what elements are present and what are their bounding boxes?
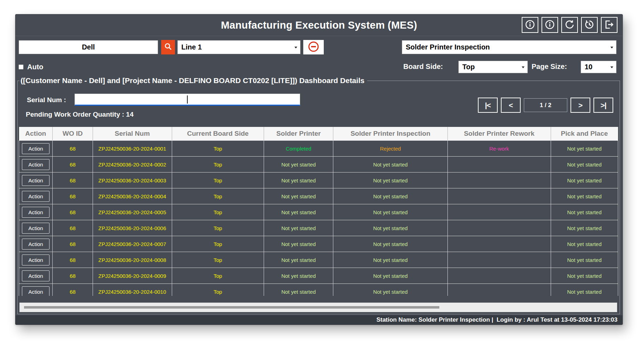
text-caret (187, 95, 188, 104)
logout-button[interactable] (601, 17, 617, 33)
cell-pick-and-place: Not yet started (551, 284, 618, 296)
horizontal-scrollbar-thumb[interactable] (24, 306, 439, 309)
cell-pick-and-place: Not yet started (551, 252, 618, 268)
action-button[interactable]: Action (22, 159, 49, 170)
refresh-button[interactable] (561, 17, 578, 33)
cell-current-board-side: Top (172, 236, 264, 252)
auto-checkbox-group[interactable]: Auto (19, 62, 43, 72)
pagination-first-button[interactable]: |< (478, 98, 498, 113)
table-row: Action68ZPJ24250036-20-2024-0005TopNot y… (19, 204, 618, 220)
table-row: Action68ZPJ24250036-20-2024-0006TopNot y… (19, 220, 618, 236)
column-header-serial-num: Serial Num (93, 127, 172, 141)
cell-wo-id: 68 (53, 220, 93, 236)
pagination-next-button[interactable]: > (570, 98, 590, 113)
cell-current-board-side: Top (172, 252, 264, 268)
cell-serial-num: ZPJ24250036-20-2024-0003 (93, 172, 172, 188)
line-select[interactable]: Line 1 (177, 40, 300, 54)
info-button-2[interactable] (541, 17, 558, 33)
station-select[interactable]: Solder Printer Inspection (402, 40, 616, 54)
history-button[interactable] (581, 17, 598, 33)
board-side-select[interactable]: Top (458, 61, 528, 73)
cell-solder-printer-inspection: Not yet started (333, 220, 448, 236)
column-header-current-board-side: Current Board Side (172, 127, 264, 141)
cell-pick-and-place: Not yet started (551, 204, 618, 220)
action-button[interactable]: Action (22, 255, 49, 265)
cell-current-board-side: Top (172, 220, 264, 236)
cell-solder-printer-rework (447, 236, 551, 252)
cell-serial-num: ZPJ24250036-20-2024-0004 (93, 188, 172, 204)
cell-solder-printer: Not yet started (264, 220, 333, 236)
action-button[interactable]: Action (22, 207, 49, 218)
chevron-down-icon (294, 47, 297, 48)
cell-pick-and-place: Not yet started (551, 268, 618, 284)
cell-wo-id: 68 (53, 157, 93, 172)
action-button[interactable]: Action (22, 286, 49, 296)
cell-serial-num: ZPJ24250036-20-2024-0007 (93, 236, 172, 252)
auto-checkbox[interactable] (19, 65, 23, 69)
clear-line-button[interactable] (303, 40, 324, 54)
cell-serial-num: ZPJ24250036-20-2024-0006 (93, 220, 172, 236)
cell-action: Action (19, 141, 53, 157)
page-size-select-value: 10 (585, 63, 592, 71)
pagination-page-indicator: 1 / 2 (524, 98, 567, 112)
titlebar-buttons (522, 17, 617, 33)
work-order-table: ActionWO IDSerial NumCurrent Board SideS… (19, 127, 618, 296)
cell-serial-num: ZPJ24250036-20-2024-0005 (93, 204, 172, 220)
station-select-value: Solder Printer Inspection (406, 43, 490, 51)
cell-solder-printer-rework (447, 284, 551, 296)
cell-solder-printer-inspection: Not yet started (333, 157, 448, 172)
cell-solder-printer-rework (447, 157, 551, 172)
cell-action: Action (19, 236, 53, 252)
info-button-1[interactable] (522, 17, 538, 33)
page-size-label: Page Size: (532, 63, 567, 71)
cell-action: Action (19, 204, 53, 220)
cell-solder-printer-rework (447, 268, 551, 284)
customer-input[interactable] (19, 40, 158, 54)
cell-pick-and-place: Not yet started (551, 220, 618, 236)
cell-current-board-side: Top (172, 172, 264, 188)
column-header-pick-and-place: Pick and Place (551, 127, 618, 141)
cell-wo-id: 68 (53, 236, 93, 252)
cell-solder-printer: Not yet started (264, 172, 333, 188)
cell-solder-printer-rework (447, 204, 551, 220)
cell-wo-id: 68 (53, 204, 93, 220)
cell-wo-id: 68 (53, 188, 93, 204)
column-header-solder-printer-rework: Solder Printer Rework (447, 127, 551, 141)
pagination-prev-button[interactable]: < (501, 98, 521, 113)
cell-current-board-side: Top (172, 268, 264, 284)
table-row: Action68ZPJ24250036-20-2024-0007TopNot y… (19, 236, 618, 252)
cell-serial-num: ZPJ24250036-20-2024-0010 (93, 284, 172, 296)
action-button[interactable]: Action (22, 270, 49, 281)
action-button[interactable]: Action (22, 175, 49, 186)
statusbar: Station Name: Solder Printer Inspection … (16, 315, 622, 324)
work-order-table-container: ActionWO IDSerial NumCurrent Board SideS… (19, 127, 618, 296)
serial-num-label: Serial Num : (27, 96, 66, 104)
search-icon (164, 42, 173, 52)
cell-action: Action (19, 268, 53, 284)
action-button[interactable]: Action (22, 239, 49, 250)
horizontal-scrollbar[interactable] (19, 303, 617, 312)
cell-solder-printer-inspection: Not yet started (333, 236, 448, 252)
dashboard-details-legend: ([Customer Name - Dell] and [Project Nam… (19, 76, 367, 85)
action-button[interactable]: Action (22, 223, 49, 234)
search-button[interactable] (161, 40, 175, 54)
action-button[interactable]: Action (22, 143, 49, 154)
history-icon (584, 19, 595, 31)
cell-solder-printer-rework (447, 172, 551, 188)
cell-solder-printer-rework: Re-work (447, 141, 551, 157)
cell-solder-printer-inspection: Not yet started (333, 204, 448, 220)
page-size-select[interactable]: 10 (581, 61, 616, 73)
refresh-icon (564, 19, 575, 31)
cell-solder-printer-inspection: Not yet started (333, 268, 448, 284)
action-button[interactable]: Action (22, 191, 49, 202)
table-row: Action68ZPJ24250036-20-2024-0003TopNot y… (19, 172, 618, 188)
minus-circle-icon (308, 41, 320, 54)
cell-serial-num: ZPJ24250036-20-2024-0001 (93, 141, 172, 157)
auto-label: Auto (27, 63, 43, 71)
cell-wo-id: 68 (53, 141, 93, 157)
pagination-last-button[interactable]: >| (593, 98, 613, 113)
cell-action: Action (19, 220, 53, 236)
cell-serial-num: ZPJ24250036-20-2024-0009 (93, 268, 172, 284)
column-header-solder-printer-inspection: Solder Printer Inspection (333, 127, 448, 141)
titlebar: Manufacturing Execution System (MES) (16, 14, 622, 36)
